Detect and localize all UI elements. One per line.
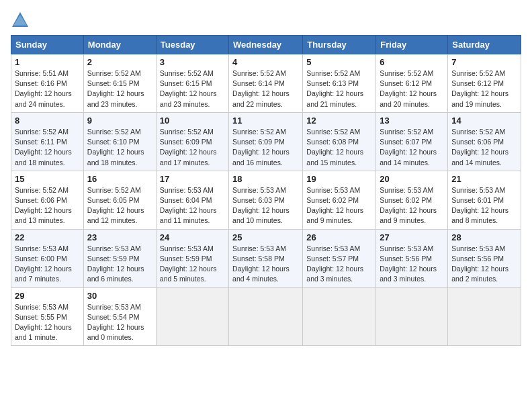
calendar-cell: 7 Sunrise: 5:52 AMSunset: 6:12 PMDayligh… xyxy=(448,54,521,113)
day-info: Sunrise: 5:52 AMSunset: 6:10 PMDaylight:… xyxy=(87,127,152,168)
calendar: SundayMondayTuesdayWednesdayThursdayFrid… xyxy=(11,35,521,346)
week-row-4: 22 Sunrise: 5:53 AMSunset: 6:00 PMDaylig… xyxy=(11,229,521,287)
day-number: 16 xyxy=(87,174,152,184)
calendar-cell: 12 Sunrise: 5:52 AMSunset: 6:08 PMDaylig… xyxy=(303,112,376,171)
day-number: 19 xyxy=(306,174,372,184)
day-number: 18 xyxy=(232,174,299,184)
col-header-thursday: Thursday xyxy=(303,36,376,54)
calendar-cell: 13 Sunrise: 5:52 AMSunset: 6:07 PMDaylig… xyxy=(376,112,448,171)
calendar-cell: 24 Sunrise: 5:53 AMSunset: 5:59 PMDaylig… xyxy=(156,229,228,287)
col-header-sunday: Sunday xyxy=(11,36,84,54)
day-number: 13 xyxy=(380,116,444,126)
header xyxy=(11,11,521,30)
day-number: 21 xyxy=(451,174,517,184)
day-info: Sunrise: 5:52 AMSunset: 6:09 PMDaylight:… xyxy=(232,127,299,168)
day-info: Sunrise: 5:53 AMSunset: 5:56 PMDaylight:… xyxy=(451,244,517,285)
day-number: 17 xyxy=(160,174,225,184)
day-number: 29 xyxy=(15,291,80,301)
calendar-cell: 30 Sunrise: 5:53 AMSunset: 5:54 PMDaylig… xyxy=(83,287,156,346)
week-row-2: 8 Sunrise: 5:52 AMSunset: 6:11 PMDayligh… xyxy=(11,112,521,171)
day-info: Sunrise: 5:52 AMSunset: 6:12 PMDaylight:… xyxy=(380,68,444,109)
day-number: 23 xyxy=(87,232,152,242)
day-number: 7 xyxy=(451,57,517,67)
day-info: Sunrise: 5:53 AMSunset: 6:02 PMDaylight:… xyxy=(380,185,444,226)
week-row-5: 29 Sunrise: 5:53 AMSunset: 5:55 PMDaylig… xyxy=(11,287,521,346)
week-row-1: 1 Sunrise: 5:51 AMSunset: 6:16 PMDayligh… xyxy=(11,54,521,113)
day-number: 26 xyxy=(306,232,372,242)
calendar-cell: 26 Sunrise: 5:53 AMSunset: 5:57 PMDaylig… xyxy=(303,229,376,287)
day-info: Sunrise: 5:53 AMSunset: 5:54 PMDaylight:… xyxy=(87,302,152,343)
day-info: Sunrise: 5:53 AMSunset: 5:59 PMDaylight:… xyxy=(160,244,225,285)
day-info: Sunrise: 5:52 AMSunset: 6:06 PMDaylight:… xyxy=(15,185,80,226)
calendar-cell xyxy=(376,287,448,346)
day-info: Sunrise: 5:53 AMSunset: 6:03 PMDaylight:… xyxy=(232,185,299,226)
day-info: Sunrise: 5:52 AMSunset: 6:13 PMDaylight:… xyxy=(306,68,372,109)
svg-marker-1 xyxy=(13,15,27,26)
day-number: 6 xyxy=(380,57,444,67)
day-info: Sunrise: 5:52 AMSunset: 6:11 PMDaylight:… xyxy=(15,127,80,168)
day-number: 4 xyxy=(232,57,299,67)
calendar-cell: 27 Sunrise: 5:53 AMSunset: 5:56 PMDaylig… xyxy=(376,229,448,287)
calendar-cell: 9 Sunrise: 5:52 AMSunset: 6:10 PMDayligh… xyxy=(83,112,156,171)
day-info: Sunrise: 5:53 AMSunset: 6:04 PMDaylight:… xyxy=(160,185,225,226)
calendar-cell: 19 Sunrise: 5:53 AMSunset: 6:02 PMDaylig… xyxy=(303,171,376,229)
day-number: 20 xyxy=(380,174,444,184)
day-info: Sunrise: 5:52 AMSunset: 6:09 PMDaylight:… xyxy=(160,127,225,168)
calendar-cell: 5 Sunrise: 5:52 AMSunset: 6:13 PMDayligh… xyxy=(303,54,376,113)
day-info: Sunrise: 5:52 AMSunset: 6:06 PMDaylight:… xyxy=(451,127,517,168)
day-number: 24 xyxy=(160,232,225,242)
calendar-cell: 10 Sunrise: 5:52 AMSunset: 6:09 PMDaylig… xyxy=(156,112,228,171)
day-info: Sunrise: 5:53 AMSunset: 5:56 PMDaylight:… xyxy=(380,244,444,285)
calendar-cell: 1 Sunrise: 5:51 AMSunset: 6:16 PMDayligh… xyxy=(11,54,84,113)
calendar-header-row: SundayMondayTuesdayWednesdayThursdayFrid… xyxy=(11,36,521,54)
day-info: Sunrise: 5:53 AMSunset: 6:00 PMDaylight:… xyxy=(15,244,80,285)
day-info: Sunrise: 5:52 AMSunset: 6:14 PMDaylight:… xyxy=(232,68,299,109)
col-header-wednesday: Wednesday xyxy=(229,36,303,54)
calendar-cell: 22 Sunrise: 5:53 AMSunset: 6:00 PMDaylig… xyxy=(11,229,84,287)
day-info: Sunrise: 5:52 AMSunset: 6:05 PMDaylight:… xyxy=(87,185,152,226)
day-number: 14 xyxy=(451,116,517,126)
calendar-cell: 4 Sunrise: 5:52 AMSunset: 6:14 PMDayligh… xyxy=(229,54,303,113)
day-info: Sunrise: 5:53 AMSunset: 5:59 PMDaylight:… xyxy=(87,244,152,285)
col-header-monday: Monday xyxy=(83,36,156,54)
day-number: 3 xyxy=(160,57,225,67)
day-number: 11 xyxy=(232,116,299,126)
day-number: 25 xyxy=(232,232,299,242)
calendar-cell: 28 Sunrise: 5:53 AMSunset: 5:56 PMDaylig… xyxy=(448,229,521,287)
day-number: 15 xyxy=(15,174,80,184)
day-info: Sunrise: 5:51 AMSunset: 6:16 PMDaylight:… xyxy=(15,68,80,109)
calendar-cell xyxy=(229,287,303,346)
logo xyxy=(11,11,32,30)
calendar-cell: 15 Sunrise: 5:52 AMSunset: 6:06 PMDaylig… xyxy=(11,171,84,229)
calendar-cell: 14 Sunrise: 5:52 AMSunset: 6:06 PMDaylig… xyxy=(448,112,521,171)
day-info: Sunrise: 5:52 AMSunset: 6:08 PMDaylight:… xyxy=(306,127,372,168)
day-info: Sunrise: 5:52 AMSunset: 6:15 PMDaylight:… xyxy=(160,68,225,109)
day-info: Sunrise: 5:53 AMSunset: 6:01 PMDaylight:… xyxy=(451,185,517,226)
day-number: 2 xyxy=(87,57,152,67)
day-info: Sunrise: 5:53 AMSunset: 5:55 PMDaylight:… xyxy=(15,302,80,343)
calendar-cell: 16 Sunrise: 5:52 AMSunset: 6:05 PMDaylig… xyxy=(83,171,156,229)
calendar-cell: 20 Sunrise: 5:53 AMSunset: 6:02 PMDaylig… xyxy=(376,171,448,229)
calendar-cell xyxy=(156,287,228,346)
day-info: Sunrise: 5:53 AMSunset: 6:02 PMDaylight:… xyxy=(306,185,372,226)
day-number: 8 xyxy=(15,116,80,126)
day-info: Sunrise: 5:52 AMSunset: 6:07 PMDaylight:… xyxy=(380,127,444,168)
day-number: 12 xyxy=(306,116,372,126)
calendar-cell: 3 Sunrise: 5:52 AMSunset: 6:15 PMDayligh… xyxy=(156,54,228,113)
calendar-cell: 21 Sunrise: 5:53 AMSunset: 6:01 PMDaylig… xyxy=(448,171,521,229)
week-row-3: 15 Sunrise: 5:52 AMSunset: 6:06 PMDaylig… xyxy=(11,171,521,229)
calendar-cell: 18 Sunrise: 5:53 AMSunset: 6:03 PMDaylig… xyxy=(229,171,303,229)
day-info: Sunrise: 5:53 AMSunset: 5:58 PMDaylight:… xyxy=(232,244,299,285)
calendar-cell: 23 Sunrise: 5:53 AMSunset: 5:59 PMDaylig… xyxy=(83,229,156,287)
day-number: 30 xyxy=(87,291,152,301)
day-number: 28 xyxy=(451,232,517,242)
day-number: 9 xyxy=(87,116,152,126)
day-number: 27 xyxy=(380,232,444,242)
calendar-cell xyxy=(448,287,521,346)
calendar-cell: 6 Sunrise: 5:52 AMSunset: 6:12 PMDayligh… xyxy=(376,54,448,113)
day-number: 5 xyxy=(306,57,372,67)
day-info: Sunrise: 5:52 AMSunset: 6:12 PMDaylight:… xyxy=(451,68,517,109)
col-header-friday: Friday xyxy=(376,36,448,54)
col-header-saturday: Saturday xyxy=(448,36,521,54)
calendar-cell: 8 Sunrise: 5:52 AMSunset: 6:11 PMDayligh… xyxy=(11,112,84,171)
